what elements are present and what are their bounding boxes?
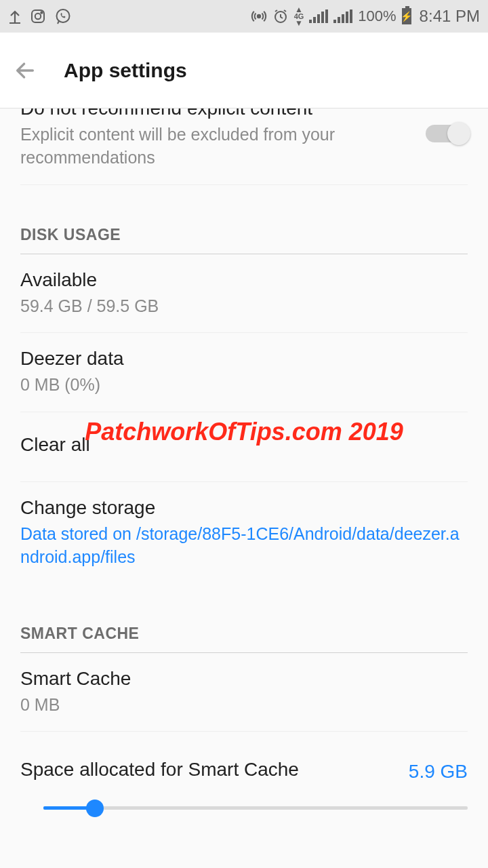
smart-cache-title: Smart Cache xyxy=(20,668,468,690)
slider-track xyxy=(43,806,468,810)
explicit-toggle[interactable] xyxy=(426,125,468,142)
alarm-icon xyxy=(272,8,289,24)
svg-point-1 xyxy=(35,14,41,19)
smart-cache-row[interactable]: Smart Cache 0 MB xyxy=(20,653,468,732)
battery-icon: ⚡ xyxy=(402,8,411,24)
app-bar: App settings xyxy=(0,33,488,108)
android-status-bar: ▲ 4G ▼ 100% ⚡ 8:41 PM xyxy=(0,0,488,33)
available-title: Available xyxy=(20,269,468,291)
storage-path: Data stored on /storage/88F5-1CE6/Androi… xyxy=(20,523,468,569)
slider-thumb[interactable] xyxy=(86,800,104,817)
smart-cache-value: 0 MB xyxy=(20,694,468,717)
deezer-data-row[interactable]: Deezer data 0 MB (0%) xyxy=(20,333,468,412)
signal-bars-icon-2 xyxy=(333,9,352,23)
space-allocated-title: Space allocated for Smart Cache xyxy=(20,759,299,781)
deezer-data-value: 0 MB (0%) xyxy=(20,374,468,397)
smart-cache-slider[interactable] xyxy=(43,794,468,821)
clear-all-row[interactable]: Clear all xyxy=(20,412,468,482)
explicit-title: Do not recommend explicit content xyxy=(20,108,405,119)
battery-percentage: 100% xyxy=(358,7,396,25)
status-right-icons: ▲ 4G ▼ 100% ⚡ 8:41 PM xyxy=(251,6,480,26)
available-value: 59.4 GB / 59.5 GB xyxy=(20,295,468,318)
svg-point-4 xyxy=(257,15,260,18)
toggle-knob xyxy=(447,122,470,145)
section-smart-cache: SMART CACHE xyxy=(20,625,468,653)
mobile-data-4g-icon: ▲ 4G ▼ xyxy=(294,6,304,26)
hotspot-icon xyxy=(251,8,267,24)
signal-bars-icon-1 xyxy=(309,9,328,23)
page-title: App settings xyxy=(64,59,187,82)
upload-icon xyxy=(8,9,22,24)
deezer-data-title: Deezer data xyxy=(20,348,468,370)
section-disk-usage: DISK USAGE xyxy=(20,226,468,254)
space-allocated-value: 5.9 GB xyxy=(409,761,468,783)
explicit-subtitle: Explicit content will be excluded from y… xyxy=(20,123,405,170)
back-arrow-icon[interactable] xyxy=(14,59,37,82)
clock-time: 8:41 PM xyxy=(420,7,480,26)
space-allocated-row[interactable]: Space allocated for Smart Cache 5.9 GB xyxy=(20,732,468,836)
available-row[interactable]: Available 59.4 GB / 59.5 GB xyxy=(20,254,468,334)
whatsapp-icon xyxy=(54,7,72,25)
status-left-icons xyxy=(8,7,72,25)
svg-point-2 xyxy=(41,12,42,13)
explicit-content-row[interactable]: Do not recommend explicit content Explic… xyxy=(20,108,468,185)
settings-content[interactable]: Do not recommend explicit content Explic… xyxy=(0,108,488,868)
change-storage-row[interactable]: Change storage Data stored on /storage/8… xyxy=(20,482,468,584)
change-storage-title: Change storage xyxy=(20,497,468,519)
clear-all-title: Clear all xyxy=(20,434,468,456)
instagram-icon xyxy=(30,8,46,24)
